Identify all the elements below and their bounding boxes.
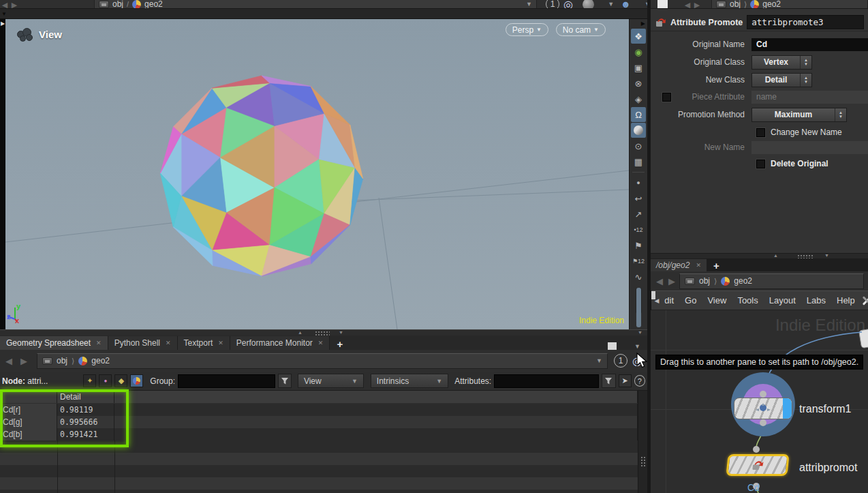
path-forward-icon[interactable]: ▶: [667, 277, 677, 285]
pane-split-down-icon[interactable]: ▼: [638, 330, 642, 335]
table-row[interactable]: Cd[g] 0.995666: [0, 416, 638, 428]
menu-help[interactable]: Help: [831, 295, 861, 305]
group-filter-icon[interactable]: [278, 374, 292, 388]
spinner-icon[interactable]: ▲▼: [800, 74, 811, 87]
menu-go[interactable]: Go: [679, 295, 702, 305]
shaded-display-icon[interactable]: [631, 123, 646, 138]
tab-geometry-spreadsheet[interactable]: Geometry Spreadsheet✕: [0, 336, 108, 350]
close-tab-icon[interactable]: ✕: [96, 340, 102, 346]
prim-class-icon[interactable]: ◆: [114, 374, 127, 387]
menu-view[interactable]: View: [702, 295, 732, 305]
delete-original-checkbox[interactable]: [756, 160, 765, 168]
viewport-bottom-scrollbar[interactable]: ▲ ▼ ▼: [0, 329, 647, 335]
menu-edit[interactable]: dit: [659, 295, 679, 305]
menu-tools[interactable]: Tools: [732, 295, 763, 305]
tab-python-shell[interactable]: Python Shell✕: [108, 336, 178, 350]
snapshot-count-badge[interactable]: 1: [546, 0, 559, 9]
lock-camera-icon[interactable]: ▣: [631, 60, 646, 75]
point-class-icon[interactable]: ●: [99, 374, 112, 387]
close-tab-icon[interactable]: ✕: [696, 262, 701, 269]
path-geo2[interactable]: geo2: [144, 0, 163, 9]
follow-target-icon[interactable]: ◎: [563, 0, 573, 9]
menu-labs[interactable]: Labs: [801, 295, 831, 305]
table-row[interactable]: Cd[b] 0.991421: [0, 428, 638, 440]
camera-select-button[interactable]: No cam▼: [556, 23, 606, 36]
node-input-dot[interactable]: [760, 391, 766, 398]
path-forward-icon[interactable]: ▶: [19, 357, 29, 365]
crumb-geo2[interactable]: geo2: [734, 276, 752, 286]
spreadsheet-path-field[interactable]: obj ⟩ geo2 ▼: [37, 353, 608, 369]
params-scroll-strip[interactable]: ▲ ▼: [651, 253, 868, 258]
help-icon[interactable]: ?: [634, 375, 645, 387]
view-layout-icon[interactable]: ❖: [631, 29, 646, 44]
attributes-filter-icon[interactable]: [602, 374, 615, 388]
right-path-obj[interactable]: obj: [730, 0, 741, 9]
pane-maximize-icon[interactable]: [608, 342, 617, 350]
node-input-dot[interactable]: [753, 446, 760, 453]
path-obj[interactable]: obj: [112, 0, 123, 9]
path-dropdown-icon[interactable]: ▼: [526, 1, 532, 8]
path-back-icon[interactable]: ◀: [655, 277, 664, 285]
new-tab-button[interactable]: +: [330, 338, 350, 350]
scroll-down-icon[interactable]: ▼: [339, 330, 343, 335]
user-avatar-icon[interactable]: ☻: [621, 0, 631, 9]
path-dropdown-icon[interactable]: ▼: [596, 357, 602, 364]
piece-attribute-input[interactable]: name: [751, 91, 868, 104]
pointer-select-icon[interactable]: ➤: [619, 374, 632, 387]
scroll-up-icon[interactable]: ▲: [773, 253, 778, 258]
snapshot-camera-icon[interactable]: ▦: [631, 154, 646, 169]
node-output-dot[interactable]: [760, 419, 766, 426]
scroll-up-icon[interactable]: ▲: [298, 330, 303, 335]
right-network-path-field[interactable]: obj ⟩ geo2: [711, 0, 868, 9]
close-tab-icon[interactable]: ✕: [318, 340, 324, 346]
nav-forward-icon[interactable]: ▶: [10, 0, 19, 8]
tab-textport[interactable]: Textport✕: [178, 336, 230, 350]
viewport-toolbar-scrollbar[interactable]: [636, 288, 642, 314]
spinner-icon[interactable]: ▲▼: [800, 56, 811, 69]
network-path-field[interactable]: obj / geo2 ▼: [94, 0, 537, 9]
prim-normals-icon[interactable]: ⚑: [631, 238, 646, 253]
point-numbers-icon[interactable]: •12: [631, 222, 646, 237]
display-mode-dropdown-icon[interactable]: ▼: [608, 1, 614, 8]
detail-class-icon[interactable]: [130, 374, 143, 387]
right-path-geo2[interactable]: geo2: [762, 0, 781, 9]
nav-back-icon[interactable]: ◀: [0, 0, 10, 8]
pane-menu-icon[interactable]: ▼: [634, 343, 640, 350]
hook-display-icon[interactable]: ↩: [631, 191, 646, 206]
new-tab-button[interactable]: +: [707, 260, 726, 271]
scrollbar-grip[interactable]: [315, 331, 330, 335]
show-points-icon[interactable]: ●: [631, 175, 646, 190]
tab-obj-geo2[interactable]: /obj/geo2✕: [651, 259, 707, 271]
headlight-icon[interactable]: ◈: [631, 91, 646, 106]
spinner-icon[interactable]: ▲▼: [835, 108, 846, 121]
node-attribpromote[interactable]: [726, 454, 789, 476]
right-nav-back-icon[interactable]: ◀: [683, 0, 692, 8]
promotion-method-dropdown[interactable]: Maximum ▲▼: [751, 108, 847, 122]
display-mode-icon[interactable]: [583, 0, 594, 9]
new-class-dropdown[interactable]: Detail ▲▼: [751, 73, 812, 87]
node-name-field[interactable]: attribpromote3: [747, 15, 864, 29]
scroll-down-icon[interactable]: ▼: [824, 253, 829, 258]
group-input[interactable]: [178, 374, 275, 388]
close-tab-icon[interactable]: ✕: [218, 340, 223, 346]
right-nav-forward-icon[interactable]: ▶: [692, 0, 702, 8]
toolbar-menu-icon[interactable]: ▶: [641, 20, 645, 27]
secure-selection-icon[interactable]: ◉: [631, 44, 646, 59]
prim-numbers-icon[interactable]: ⚑12: [631, 254, 646, 269]
node-transform1[interactable]: [734, 398, 792, 419]
change-new-name-checkbox[interactable]: [756, 128, 765, 137]
close-tab-icon[interactable]: ✕: [166, 340, 171, 346]
original-name-input[interactable]: Cd: [751, 38, 868, 51]
attributes-input[interactable]: [494, 374, 599, 388]
intrinsics-dropdown[interactable]: Intrinsics▼: [371, 374, 448, 388]
spreadsheet-scrollbar[interactable]: [638, 391, 647, 493]
viewport-expand-icon[interactable]: ▶: [1, 20, 5, 27]
crumb-obj[interactable]: obj: [699, 276, 710, 286]
menu-layout[interactable]: Layout: [764, 295, 801, 305]
new-name-input[interactable]: [751, 141, 868, 154]
crumb-obj[interactable]: obj: [57, 356, 67, 365]
pane-layout-icon[interactable]: [657, 0, 668, 9]
tab-performance-monitor[interactable]: Performance Monitor✕: [230, 336, 330, 350]
pin-pane-icon[interactable]: ◎: [632, 355, 642, 368]
vertex-class-icon[interactable]: ✦: [83, 374, 96, 387]
